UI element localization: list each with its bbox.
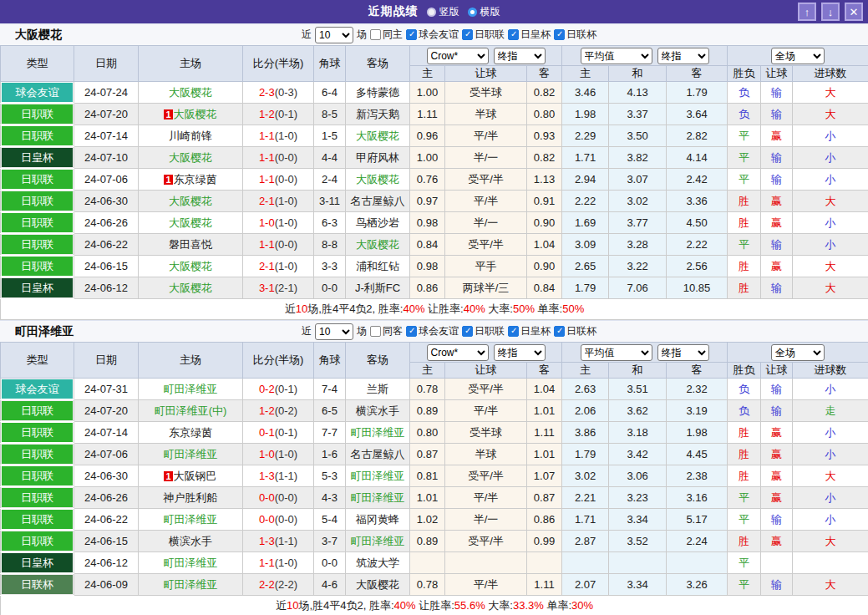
scope-select[interactable]: 全场 <box>771 344 825 361</box>
layout-horizontal-radio[interactable]: 横版 <box>468 5 500 19</box>
team-link[interactable]: 大阪樱花 <box>356 578 399 591</box>
team-link[interactable]: 町田泽维亚 <box>351 426 405 439</box>
checkbox-checked-icon[interactable] <box>554 29 565 40</box>
team-link[interactable]: 鸟栖沙岩 <box>356 216 399 229</box>
team-link[interactable]: 神户胜利船 <box>164 491 218 504</box>
team-link[interactable]: J-利斯FC <box>355 282 400 294</box>
team-link[interactable]: 町田泽维亚 <box>164 383 218 395</box>
team-link[interactable]: 町田泽维亚 <box>351 470 405 482</box>
team-link[interactable]: 大阪樱花 <box>169 195 212 207</box>
col-header-type: 类型 <box>1 343 74 379</box>
home-team-cell: 大阪樱花 <box>139 256 243 277</box>
checkbox-unchecked-icon[interactable] <box>370 29 381 40</box>
odds-stage-select[interactable]: 终指 <box>494 344 546 361</box>
result-header-group: 全场 <box>728 343 868 363</box>
same-venue-filter[interactable]: 同客 <box>370 324 403 338</box>
league-filter[interactable]: 日联杯 <box>554 324 596 338</box>
scope-select[interactable]: 全场 <box>771 48 825 64</box>
team-link[interactable]: 町田泽维亚 <box>351 491 405 504</box>
avg-company-select[interactable]: 平均值 <box>581 344 652 361</box>
league-filter[interactable]: 日职联 <box>462 28 505 42</box>
team-link[interactable]: 浦和红钻 <box>356 260 399 272</box>
result-goals-cell: 小 <box>793 509 868 531</box>
team-link[interactable]: 大阪樱花 <box>169 260 212 272</box>
league-filter[interactable]: 球会友谊 <box>406 28 459 42</box>
team-link[interactable]: 大阪樱花 <box>169 216 212 229</box>
half-time-score: (1-0) <box>275 448 297 460</box>
checkbox-checked-icon[interactable] <box>406 29 417 40</box>
team-link[interactable]: 横滨水手 <box>169 535 212 547</box>
league-filter[interactable]: 日职联 <box>462 324 505 338</box>
team-link[interactable]: 大阪樱花 <box>169 151 212 164</box>
team-link[interactable]: 磐田喜悦 <box>169 238 212 251</box>
match-count-select[interactable]: 10 <box>315 27 353 43</box>
avg-company-select[interactable]: 平均值 <box>581 48 652 64</box>
move-up-button[interactable]: ↑ <box>798 3 816 21</box>
team-link[interactable]: 大阪钢巴 <box>174 470 217 482</box>
checkbox-checked-icon[interactable] <box>406 326 417 337</box>
team-link[interactable]: 大阪樱花 <box>169 86 212 99</box>
summary-text: 近10场,胜4平4负2, 胜率:40% 让胜率:55.6% 大率:33.3% 单… <box>1 596 868 615</box>
team-link[interactable]: 町田泽维亚 <box>164 557 218 569</box>
league-filter[interactable]: 日联杯 <box>554 28 596 42</box>
sub-col-header: 主 <box>562 66 609 82</box>
same-venue-filter[interactable]: 同主 <box>370 28 403 42</box>
sub-col-header: 客 <box>527 363 562 379</box>
team-link[interactable]: 兰斯 <box>367 383 388 395</box>
corners-cell: 8-5 <box>314 104 346 125</box>
avg-stage-select[interactable]: 终指 <box>657 344 709 361</box>
team-link[interactable]: 多特蒙德 <box>356 86 399 99</box>
match-count-select[interactable]: 10 <box>315 323 353 340</box>
home-team-cell: 町田泽维亚 <box>139 444 243 465</box>
team-link[interactable]: 町田泽维亚(中) <box>155 404 227 417</box>
team-link[interactable]: 东京绿茵 <box>169 426 212 439</box>
competition-badge: 球会友谊 <box>2 379 73 399</box>
league-filter-label: 球会友谊 <box>419 28 459 42</box>
league-filter[interactable]: 球会友谊 <box>406 324 459 338</box>
odds-company-select[interactable]: Crow* <box>427 48 489 64</box>
radio-selected-icon[interactable] <box>427 8 436 17</box>
team-link[interactable]: 筑波大学 <box>356 557 399 569</box>
layout-vertical-radio[interactable]: 竖版 <box>427 5 459 19</box>
team-link[interactable]: 町田泽维亚 <box>164 578 218 591</box>
checkbox-checked-icon[interactable] <box>508 29 519 40</box>
team-link[interactable]: 名古屋鲸八 <box>351 448 405 460</box>
radio-unselected-icon[interactable] <box>468 8 477 17</box>
close-button[interactable]: ✕ <box>845 3 863 21</box>
team-link[interactable]: 町田泽维亚 <box>351 535 405 547</box>
team-link[interactable]: 新泻天鹅 <box>356 108 399 120</box>
checkbox-checked-icon[interactable] <box>554 326 565 337</box>
competition-badge: 日职联 <box>2 445 73 464</box>
checkbox-checked-icon[interactable] <box>462 29 473 40</box>
team-link[interactable]: 川崎前锋 <box>169 130 212 142</box>
team-link[interactable]: 东京绿茵 <box>174 173 217 186</box>
avg-home-cell: 2.63 <box>562 379 609 400</box>
team-link[interactable]: 町田泽维亚 <box>164 448 218 460</box>
team-link[interactable]: 大阪樱花 <box>174 108 217 120</box>
team-link[interactable]: 大阪樱花 <box>169 282 212 294</box>
team-link[interactable]: 大阪樱花 <box>356 130 399 142</box>
result-outcome-cell: 胜 <box>728 191 761 212</box>
result-outcome-cell: 胜 <box>728 531 761 552</box>
team-link[interactable]: 町田泽维亚 <box>164 513 218 526</box>
move-down-button[interactable]: ↓ <box>821 3 840 21</box>
checkbox-unchecked-icon[interactable] <box>370 326 381 337</box>
home-team-cell: 町田泽维亚(中) <box>139 400 243 422</box>
odds-handicap-cell: 平/半 <box>445 125 527 147</box>
league-filter[interactable]: 日皇杯 <box>508 324 551 338</box>
odds-stage-select[interactable]: 终指 <box>494 48 546 64</box>
summary-stat-value: 40% <box>464 302 485 315</box>
team-link[interactable]: 横滨水手 <box>356 404 399 417</box>
team-link[interactable]: 甲府风林 <box>356 151 399 164</box>
corners-cell: 3-11 <box>314 191 346 212</box>
team-link[interactable]: 福冈黄蜂 <box>356 513 399 526</box>
team-link[interactable]: 大阪樱花 <box>356 238 399 251</box>
team-link[interactable]: 名古屋鲸八 <box>351 195 405 207</box>
league-filter[interactable]: 日皇杯 <box>508 28 551 42</box>
odds-company-select[interactable]: Crow* <box>427 344 489 361</box>
team-link[interactable]: 大阪樱花 <box>356 173 399 186</box>
avg-draw-cell <box>609 552 667 574</box>
checkbox-checked-icon[interactable] <box>508 326 519 337</box>
avg-stage-select[interactable]: 终指 <box>657 48 709 64</box>
checkbox-checked-icon[interactable] <box>462 326 473 337</box>
